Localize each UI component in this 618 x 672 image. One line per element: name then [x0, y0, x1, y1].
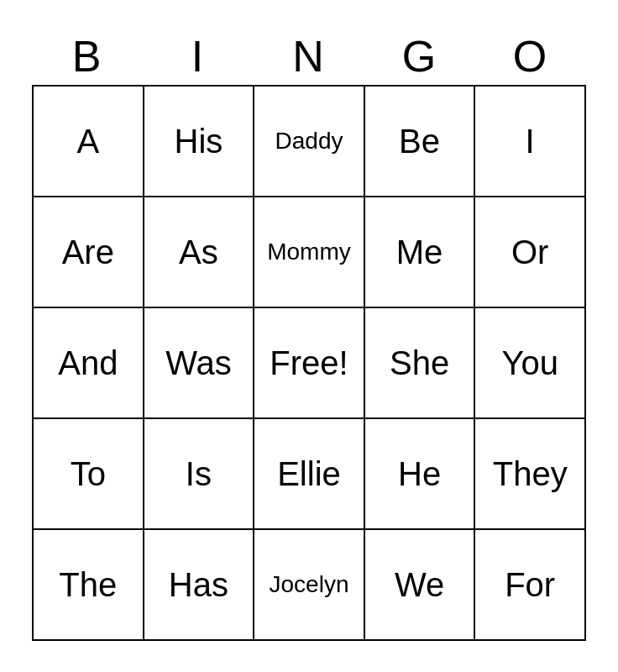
bingo-cell-3-3: He: [365, 419, 476, 528]
bingo-cell-4-4: For: [475, 530, 584, 639]
bingo-cell-1-0: Are: [34, 197, 144, 307]
bingo-header: BINGO: [32, 31, 586, 81]
bingo-cell-4-3: We: [365, 530, 476, 639]
header-letter-b: B: [32, 31, 143, 81]
bingo-cell-1-3: Me: [365, 197, 476, 307]
bingo-cell-0-3: Be: [365, 87, 476, 196]
bingo-card: BINGO AHisDaddyBeIAreAsMommyMeOrAndWasFr…: [32, 31, 586, 641]
bingo-cell-0-0: A: [34, 87, 144, 196]
bingo-cell-4-1: Has: [144, 530, 255, 639]
bingo-cell-3-0: To: [34, 419, 144, 528]
bingo-cell-1-2: Mommy: [254, 197, 365, 307]
header-letter-i: I: [143, 31, 254, 81]
bingo-cell-0-4: I: [475, 87, 584, 196]
bingo-cell-3-2: Ellie: [254, 419, 365, 528]
header-letter-g: G: [364, 31, 475, 81]
bingo-cell-3-1: Is: [144, 419, 255, 528]
bingo-grid: AHisDaddyBeIAreAsMommyMeOrAndWasFree!She…: [32, 85, 586, 641]
bingo-cell-2-0: And: [34, 308, 144, 417]
bingo-cell-0-1: His: [144, 87, 255, 196]
bingo-cell-4-0: The: [34, 530, 144, 639]
bingo-row-3: ToIsEllieHeThey: [34, 419, 584, 530]
header-letter-o: O: [475, 31, 586, 81]
bingo-cell-1-1: As: [144, 197, 255, 307]
bingo-row-2: AndWasFree!SheYou: [34, 308, 584, 419]
bingo-cell-0-2: Daddy: [254, 87, 365, 196]
bingo-cell-2-2: Free!: [254, 308, 365, 417]
bingo-row-1: AreAsMommyMeOr: [34, 197, 584, 308]
bingo-cell-2-4: You: [475, 308, 584, 417]
bingo-cell-2-1: Was: [144, 308, 255, 417]
bingo-cell-2-3: She: [365, 308, 476, 417]
bingo-cell-3-4: They: [475, 419, 584, 528]
header-letter-n: N: [254, 31, 364, 81]
bingo-cell-1-4: Or: [475, 197, 584, 307]
bingo-row-4: TheHasJocelynWeFor: [34, 530, 584, 639]
bingo-row-0: AHisDaddyBeI: [34, 87, 584, 197]
bingo-cell-4-2: Jocelyn: [254, 530, 365, 639]
